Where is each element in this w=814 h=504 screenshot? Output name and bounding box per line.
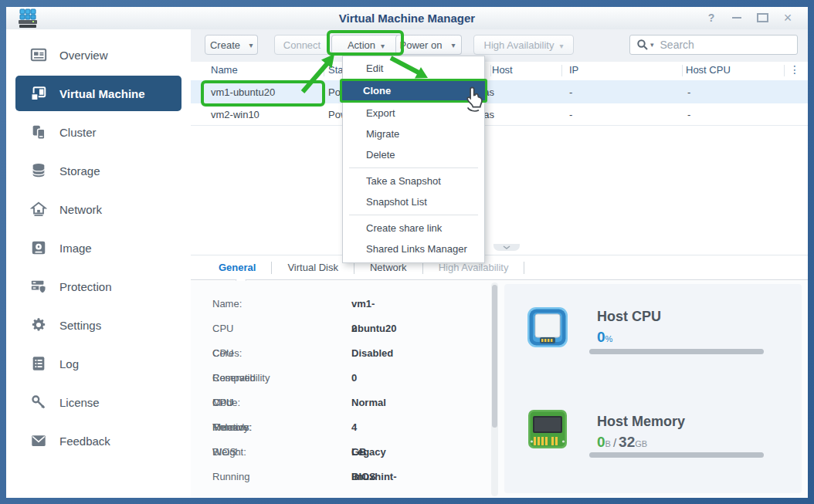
field-value: 2 — [351, 316, 357, 341]
sidebar-item-image[interactable]: Image — [6, 228, 191, 267]
sidebar-item-protection[interactable]: Protection — [6, 267, 191, 306]
field-label: Name: — [212, 292, 242, 316]
image-icon — [29, 238, 48, 257]
sidebar-item-log[interactable]: Log — [6, 344, 191, 383]
sidebar-item-label: Protection — [59, 280, 112, 293]
protection-icon — [29, 277, 48, 296]
sidebar-item-settings[interactable]: Settings — [6, 306, 191, 344]
field-label: BIOS: — [212, 440, 239, 465]
sidebar-item-label: Network — [59, 203, 102, 216]
log-icon — [29, 354, 48, 373]
table-row-vm2[interactable]: vm2-win10 Powered off linuxhint-nas - - — [191, 103, 808, 126]
sidebar-item-storage[interactable]: Storage — [6, 151, 191, 190]
sidebar-item-network[interactable]: Network — [6, 190, 191, 228]
overview-icon — [29, 46, 48, 64]
high-availability-caret-icon — [559, 39, 563, 51]
storage-icon — [29, 161, 48, 180]
tab-high-availability: High Availability — [439, 262, 509, 273]
menu-item-edit[interactable]: Edit — [343, 58, 484, 79]
close-button[interactable]: × — [782, 11, 794, 25]
scrollbar-thumb[interactable] — [492, 285, 497, 428]
main-content: Create Connect Action Power on High Avai… — [191, 29, 808, 498]
field-value: vm1-ubuntu20 — [351, 292, 396, 341]
detail-tabs: General Virtual Disk Network High Availa… — [191, 255, 808, 280]
cell-ip: - — [569, 86, 572, 98]
memory-used-value: 0 — [597, 434, 605, 450]
minimize-button[interactable] — [731, 11, 743, 25]
field-value: Disabled — [351, 341, 393, 366]
virtual-machine-icon — [29, 84, 48, 103]
search-box: ▾ — [629, 35, 798, 55]
column-divider — [682, 65, 683, 76]
feedback-icon — [29, 431, 48, 450]
help-button[interactable]: ? — [705, 11, 717, 25]
menu-item-clone[interactable]: Clone — [340, 79, 487, 103]
host-stats-panel: Host CPU 0% — [504, 284, 802, 493]
menu-item-delete[interactable]: Delete — [343, 144, 484, 165]
menu-divider — [349, 215, 478, 215]
tab-network[interactable]: Network — [370, 262, 407, 273]
power-on-button[interactable]: Power on — [395, 35, 446, 55]
menu-item-shared-links-manager[interactable]: Shared Links Manager — [343, 238, 484, 259]
menu-item-migrate[interactable]: Migrate — [343, 123, 484, 144]
cpu-percent-unit: % — [605, 334, 613, 343]
column-divider — [324, 65, 324, 76]
field-value: linuxhint-nas — [351, 465, 397, 498]
create-button-label: Create — [210, 39, 240, 51]
panel-collapse-handle[interactable] — [493, 244, 520, 251]
sidebar-item-cluster[interactable]: Cluster — [6, 113, 191, 151]
action-button-label: Action — [348, 39, 375, 51]
host-memory-title: Host Memory — [597, 414, 685, 430]
search-icon[interactable] — [636, 39, 649, 51]
sidebar-item-label: Image — [59, 242, 92, 255]
column-header-host-cpu[interactable]: Host CPU — [686, 64, 731, 76]
column-divider — [784, 65, 785, 76]
host-memory-progress-bar — [589, 452, 764, 458]
sidebar-item-label: Virtual Machine — [59, 87, 145, 100]
sidebar-item-virtual-machine[interactable]: Virtual Machine — [15, 76, 181, 111]
host-cpu-progress-bar — [589, 349, 764, 354]
tab-virtual-disk[interactable]: Virtual Disk — [287, 262, 338, 273]
sidebar: Overview Virtual Machine Cluster Storage — [6, 29, 191, 498]
sidebar-item-label: Overview — [59, 49, 108, 62]
field-value: Normal — [351, 391, 386, 415]
sidebar-item-feedback[interactable]: Feedback — [6, 421, 191, 460]
menu-item-snapshot-list[interactable]: Snapshot List — [343, 191, 484, 212]
power-on-dropdown-button[interactable] — [446, 35, 462, 55]
table-row-vm1[interactable]: vm1-ubuntu20 Powered off linuxhint-nas -… — [191, 80, 808, 103]
create-button[interactable]: Create — [205, 35, 246, 55]
search-options-caret-icon[interactable]: ▾ — [650, 41, 654, 49]
cell-host-cpu: - — [687, 109, 690, 120]
column-header-ip[interactable]: IP — [569, 64, 578, 76]
tab-general[interactable]: General — [219, 262, 256, 273]
host-memory-icon — [526, 408, 569, 451]
network-icon — [29, 200, 48, 218]
menu-item-create-share-link[interactable]: Create share link — [343, 218, 484, 238]
create-dropdown-button[interactable] — [245, 35, 258, 55]
column-header-name[interactable]: Name — [211, 64, 238, 76]
column-header-host[interactable]: Host — [492, 64, 513, 76]
high-availability-button-label: High Availability — [484, 39, 555, 51]
search-input[interactable] — [659, 38, 778, 52]
column-options-icon[interactable] — [789, 63, 801, 77]
cluster-icon — [29, 123, 48, 141]
scrollbar — [491, 282, 498, 496]
sidebar-item-label: Storage — [59, 164, 100, 178]
menu-divider — [349, 167, 478, 168]
maximize-button[interactable] — [756, 11, 768, 25]
memory-total-value: 32 — [619, 434, 635, 450]
sidebar-item-overview[interactable]: Overview — [6, 36, 191, 74]
title-bar: Virtual Machine Manager ? × — [6, 7, 808, 30]
action-context-menu: Edit Clone Export Migrate Delete Take a … — [342, 56, 485, 263]
cell-host-cpu: - — [687, 86, 690, 98]
field-label: Running Host: — [212, 465, 249, 498]
memory-divider: / — [611, 436, 619, 449]
menu-item-export[interactable]: Export — [343, 103, 484, 123]
cpu-percent-value: 0 — [597, 329, 605, 345]
cell-name: vm1-ubuntu20 — [211, 86, 275, 98]
high-availability-button: High Availability — [473, 35, 574, 55]
menu-item-take-a-snapshot[interactable]: Take a Snapshot — [343, 171, 484, 191]
action-button[interactable]: Action — [331, 35, 401, 55]
sidebar-item-license[interactable]: License — [6, 383, 191, 421]
toolbar: Create Connect Action Power on High Avai… — [191, 29, 808, 62]
